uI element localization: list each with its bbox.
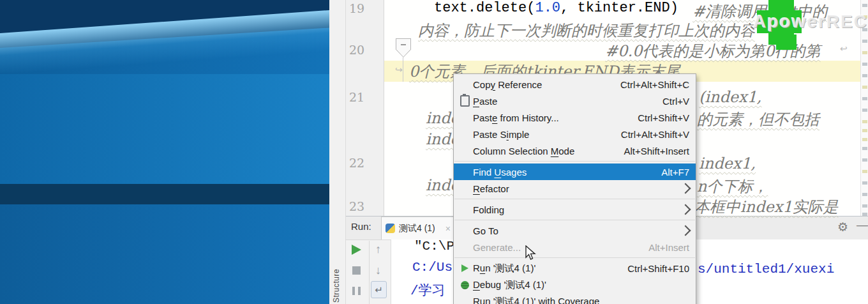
structure-tool-button[interactable]: Structure [332, 269, 341, 303]
line-number: 20 [349, 43, 364, 57]
error-stripe-mark [862, 129, 867, 132]
menu-item-label: Run '测试4 (1)' with Coverage [473, 296, 689, 304]
toolbar-divider [369, 241, 370, 304]
mouse-cursor [525, 245, 539, 261]
run-icon [461, 264, 468, 272]
run-tab-label: 测试4 (1) [399, 223, 435, 234]
error-stripe-mark [862, 204, 867, 208]
menu-item-label: Paste [473, 96, 650, 107]
menu-item-label: Copy Reference [473, 79, 608, 90]
rerun-button[interactable] [352, 245, 361, 255]
run-label: Run: [351, 221, 371, 232]
apowerrec-logo-icon [776, 34, 797, 50]
menu-item-label: Paste Simple [473, 129, 608, 140]
error-stripe-mark [862, 170, 867, 173]
menu-item-shortcut: Ctrl+Alt+Shift+V [608, 129, 689, 140]
menu-item-copy-reference[interactable]: Copy ReferenceCtrl+Alt+Shift+C [454, 76, 696, 93]
error-stripe-mark [862, 86, 867, 89]
line-number: 19 [349, 1, 364, 15]
line-number: 23 [349, 199, 364, 213]
menu-item-generate[interactable]: Generate...Alt+Insert [454, 239, 696, 255]
menu-item-label: Generate... [473, 242, 636, 253]
error-stripe-mark [862, 109, 867, 112]
error-stripe-mark [862, 51, 867, 54]
error-stripe-scrollbar[interactable] [860, 0, 868, 216]
close-tab-icon[interactable]: × [445, 224, 451, 234]
down-stack-trace-button[interactable]: ↓ [375, 264, 381, 277]
error-stripe-mark [862, 181, 867, 185]
menu-item-shortcut: Alt+F7 [648, 167, 689, 178]
up-stack-trace-button[interactable]: ↑ [375, 243, 381, 256]
error-stripe-mark [862, 193, 867, 196]
error-stripe-mark [862, 138, 867, 141]
menu-item-label: Find Usages [473, 167, 648, 178]
paste-icon-slot [456, 95, 473, 107]
error-stripe-mark [862, 147, 867, 150]
stop-button[interactable] [352, 266, 361, 275]
run-config-tab[interactable]: 测试4 (1) × [381, 217, 455, 239]
menu-separator [454, 257, 695, 258]
menu-item-shortcut: Ctrl+Alt+Shift+C [608, 79, 689, 90]
menu-item-paste[interactable]: PasteCtrl+V [454, 93, 696, 109]
menu-item-shortcut: Alt+Shift+Insert [611, 146, 689, 156]
soft-wrap-toggle-button[interactable]: ↵ [371, 281, 387, 298]
debug-icon-slot [456, 281, 473, 289]
menu-item-debug-test4[interactable]: Debug '测试4 (1)' [454, 277, 696, 293]
menu-item-folding[interactable]: Folding [454, 201, 696, 218]
menu-item-paste-simple[interactable]: Paste SimpleCtrl+Alt+Shift+V [454, 126, 696, 142]
error-stripe-mark [862, 97, 867, 100]
menu-item-run-test4-coverage[interactable]: Run '测试4 (1)' with Coverage [454, 293, 696, 304]
line-number: 21 [349, 90, 364, 104]
wallpaper-bottom-band [0, 204, 329, 304]
windows-desktop-wallpaper [0, 0, 329, 304]
menu-separator [454, 161, 695, 162]
menu-item-label: Refactor [473, 183, 677, 194]
menu-item-label: Debug '测试4 (1)' [473, 279, 689, 291]
menu-item-label: Run '测试4 (1)' [473, 262, 615, 275]
error-stripe-mark [862, 63, 867, 66]
python-icon [385, 224, 395, 233]
menu-item-paste-from-history[interactable]: Paste from History...Ctrl+Shift+V [454, 109, 696, 126]
hide-panel-icon[interactable]: — [857, 218, 868, 232]
line-number: 22 [349, 156, 364, 170]
error-stripe-mark [862, 4, 867, 7]
menu-item-go-to[interactable]: Go To [454, 222, 696, 239]
submenu-arrow-icon [680, 225, 691, 236]
fold-marker-minus [401, 44, 406, 45]
error-stripe-mark [862, 120, 867, 123]
menu-item-label: Folding [473, 204, 677, 215]
menu-item-shortcut: Ctrl+Shift+F10 [615, 263, 689, 274]
paste-icon [460, 95, 470, 107]
menu-separator [454, 199, 695, 199]
left-tool-window-stripe [329, 0, 346, 304]
menu-item-refactor[interactable]: Refactor [454, 180, 696, 197]
menu-item-shortcut: Alt+Insert [636, 242, 689, 253]
menu-item-label: Column Selection Mode [473, 146, 611, 156]
menu-item-find-usages[interactable]: Find UsagesAlt+F7 [454, 163, 696, 180]
wallpaper-mid-band [0, 74, 329, 184]
menu-item-column-selection-mode[interactable]: Column Selection ModeAlt+Shift+Insert [454, 142, 696, 159]
menu-item-label: Go To [473, 225, 677, 236]
menu-item-shortcut: Ctrl+Shift+V [625, 112, 689, 123]
apowerrec-watermark: ApowerREC [753, 11, 868, 32]
fold-region-line [403, 57, 403, 82]
error-stripe-mark [862, 74, 867, 77]
submenu-arrow-icon [680, 204, 691, 215]
menu-item-label: Paste from History... [473, 112, 625, 123]
menu-separator [454, 220, 695, 220]
error-stripe-mark [862, 40, 867, 43]
pause-button[interactable] [352, 287, 361, 295]
editor-context-menu: Copy ReferenceCtrl+Alt+Shift+CPasteCtrl+… [453, 73, 696, 304]
submenu-arrow-icon [680, 183, 691, 194]
error-stripe-mark [862, 158, 867, 162]
wallpaper-dark-band [0, 184, 329, 204]
run-icon-slot [456, 264, 473, 272]
menu-item-run-test4[interactable]: Run '测试4 (1)'Ctrl+Shift+F10 [454, 260, 696, 277]
editor-gutter: 1920212223 [346, 0, 384, 216]
debug-icon [461, 281, 469, 289]
gear-icon[interactable]: ⚙ [837, 220, 848, 234]
menu-item-shortcut: Ctrl+V [650, 96, 689, 107]
